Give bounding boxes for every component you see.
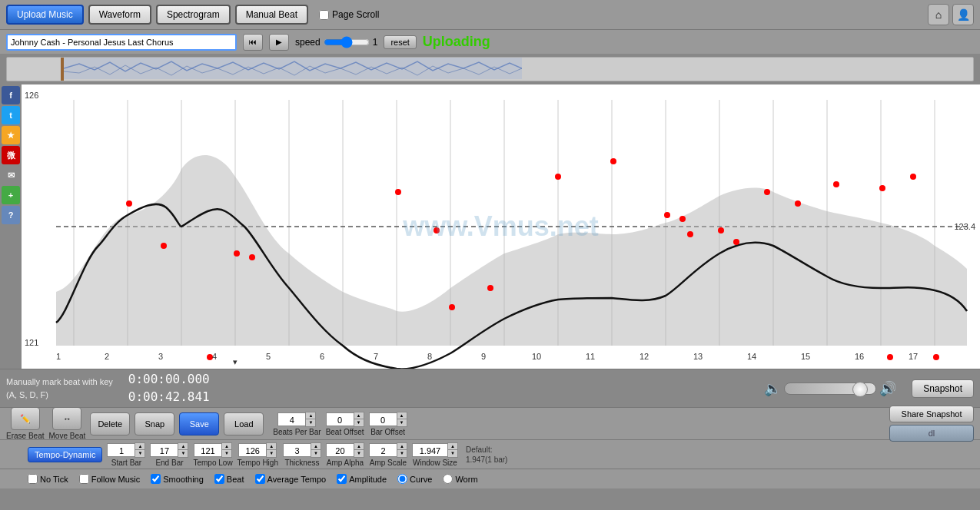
svg-text:11: 11 (586, 352, 595, 361)
bar-offset-val: 0 (369, 412, 397, 426)
tempo-high-down[interactable]: ▼ (267, 450, 276, 457)
beat-option: Beat (214, 474, 244, 484)
svg-point-19 (126, 200, 132, 207)
amp-scale-up[interactable]: ▲ (397, 443, 407, 450)
beat-offset-down[interactable]: ▼ (354, 419, 364, 426)
snap-button[interactable]: Snap (135, 412, 174, 435)
svg-text:13: 13 (693, 352, 703, 361)
svg-point-28 (449, 304, 455, 310)
home-icon-btn[interactable]: ⌂ (928, 4, 949, 25)
tempo-low-up[interactable]: ▲ (222, 443, 231, 450)
spectrogram-button[interactable]: Spectrogram (156, 5, 231, 25)
user-icon-btn[interactable]: 👤 (952, 4, 974, 25)
help-button[interactable]: ? (2, 206, 20, 224)
tempo-high-up[interactable]: ▲ (267, 443, 276, 450)
tempo-high-label: Tempo High (238, 459, 278, 467)
rewind-button[interactable]: ⏮ (243, 34, 263, 51)
tempo-high-val: 126 (238, 443, 266, 457)
right-buttons: Share Snapshot dl (889, 406, 974, 442)
beat-label: Beat (227, 475, 244, 484)
erase-beat-icon-btn[interactable]: ✏️ (11, 407, 40, 430)
smoothing-option: Smoothing (151, 474, 204, 484)
bar-offset-down[interactable]: ▼ (397, 419, 407, 426)
avg-tempo-option: Average Tempo (255, 474, 327, 484)
thickness-down[interactable]: ▼ (311, 450, 321, 457)
manual-beat-button[interactable]: Manual Beat (235, 5, 308, 25)
svg-point-22 (234, 250, 240, 257)
move-beat-icon-btn[interactable]: ↔ (52, 407, 81, 430)
svg-text:12: 12 (639, 352, 649, 361)
reset-button[interactable]: reset (384, 35, 416, 49)
weibo-button[interactable]: 微 (2, 146, 20, 164)
waveform-track[interactable] (6, 57, 974, 81)
speed-label: speed (295, 37, 321, 48)
volume-slider[interactable] (784, 382, 876, 395)
volume-area: 🔈 🔊 (764, 380, 896, 397)
worm-radio[interactable] (443, 474, 453, 484)
svg-point-31 (610, 158, 616, 164)
speed-slider[interactable] (324, 36, 370, 48)
end-bar-up[interactable]: ▲ (178, 443, 188, 450)
svg-point-40 (879, 185, 885, 191)
bar-offset-up[interactable]: ▲ (397, 412, 407, 419)
share-snapshot-button[interactable]: Share Snapshot (889, 406, 974, 422)
waveform-svg (64, 58, 522, 81)
tempo-low-down[interactable]: ▼ (222, 450, 231, 457)
start-bar-up[interactable]: ▲ (135, 443, 145, 450)
page-scroll-label: Page Scroll (332, 9, 379, 20)
svg-point-41 (887, 354, 893, 360)
amp-alpha-up[interactable]: ▲ (354, 443, 364, 450)
file-name-input[interactable] (6, 34, 237, 51)
svg-text:17: 17 (909, 352, 918, 361)
svg-point-36 (733, 239, 739, 245)
favorite-button[interactable]: ★ (2, 126, 20, 144)
facebook-button[interactable]: f (2, 86, 20, 104)
window-size-down[interactable]: ▼ (448, 450, 457, 457)
curve-radio[interactable] (397, 474, 407, 484)
delete-button[interactable]: Delete (90, 412, 130, 435)
amp-scale-down[interactable]: ▼ (397, 450, 407, 457)
beat-checkbox[interactable] (214, 474, 224, 484)
snapshot-button[interactable]: Snapshot (912, 379, 974, 398)
beat-offset-val: 0 (326, 412, 354, 426)
beats-per-bar-down[interactable]: ▼ (306, 419, 315, 426)
beat-offset-up[interactable]: ▲ (354, 412, 364, 419)
amplitude-checkbox[interactable] (337, 474, 347, 484)
beat-offset-label: Beat Offset (326, 428, 364, 436)
plus-button[interactable]: + (2, 186, 20, 204)
upload-music-button[interactable]: Upload Music (6, 5, 84, 25)
tempo-dynamic-button[interactable]: Tempo-Dynamic (28, 447, 102, 462)
beats-per-bar-up[interactable]: ▲ (306, 412, 315, 419)
save-button[interactable]: Save (179, 412, 219, 435)
thickness-up[interactable]: ▲ (311, 443, 321, 450)
beats-per-bar-label: Beats Per Bar (273, 428, 321, 436)
load-button[interactable]: Load (224, 412, 264, 435)
amp-alpha-down[interactable]: ▼ (354, 450, 364, 457)
no-tick-checkbox[interactable] (28, 474, 38, 484)
end-bar-down[interactable]: ▼ (178, 450, 188, 457)
play-button[interactable]: ▶ (269, 34, 289, 51)
svg-point-37 (764, 189, 770, 195)
chart-area[interactable]: 126 121 (22, 84, 980, 369)
speed-value: 1 (373, 37, 378, 48)
mail-button[interactable]: ✉ (2, 166, 20, 184)
amp-alpha-val: 20 (326, 443, 354, 457)
start-bar-label: Start Bar (111, 459, 141, 467)
waveform-button[interactable]: Waveform (88, 5, 151, 25)
twitter-button[interactable]: t (2, 106, 20, 124)
svg-point-35 (718, 227, 724, 233)
svg-point-39 (833, 181, 839, 187)
end-bar-val: 17 (150, 443, 178, 457)
amp-scale-val: 2 (369, 443, 397, 457)
download-button[interactable]: dl (889, 425, 974, 442)
no-tick-option: No Tick (28, 474, 68, 484)
svg-point-20 (161, 243, 167, 249)
svg-text:1: 1 (56, 352, 61, 361)
avg-tempo-checkbox[interactable] (255, 474, 265, 484)
smoothing-checkbox[interactable] (151, 474, 161, 484)
window-size-up[interactable]: ▲ (448, 443, 457, 450)
follow-music-checkbox[interactable] (79, 474, 89, 484)
amp-scale-label: Amp Scale (370, 459, 407, 467)
start-bar-down[interactable]: ▼ (135, 450, 145, 457)
page-scroll-checkbox[interactable] (319, 10, 329, 20)
